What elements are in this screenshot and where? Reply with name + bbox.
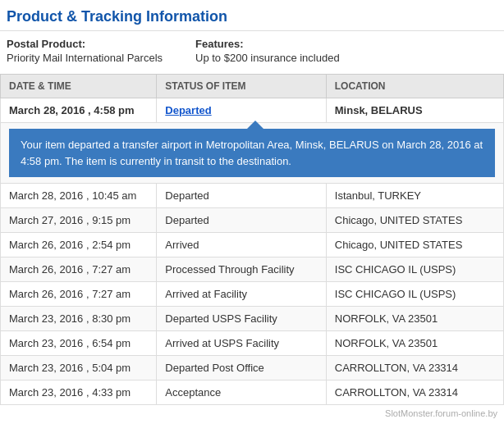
table-row: March 23, 2016 , 4:33 pmAcceptanceCARROL… xyxy=(1,380,504,405)
row-date: March 23, 2016 , 8:30 pm xyxy=(1,307,157,331)
table-row: March 23, 2016 , 6:54 pmArrived at USPS … xyxy=(1,331,504,356)
postal-product-label: Postal Product: xyxy=(7,38,163,50)
row-date: March 23, 2016 , 6:54 pm xyxy=(1,331,157,356)
col-date: DATE & TIME xyxy=(1,75,157,98)
row-date: March 23, 2016 , 5:04 pm xyxy=(1,356,157,380)
row-date: March 23, 2016 , 4:33 pm xyxy=(1,380,157,405)
highlighted-status: Departed xyxy=(157,98,326,123)
row-status: Arrived at Facility xyxy=(157,282,326,307)
watermark: SlotMonster.forum-online.by xyxy=(0,405,504,421)
row-location: Chicago, UNITED STATES xyxy=(326,208,503,233)
row-location: Chicago, UNITED STATES xyxy=(326,233,503,257)
table-row: March 26, 2016 , 2:54 pmArrivedChicago, … xyxy=(1,233,504,257)
highlighted-location: Minsk, BELARUS xyxy=(326,98,503,123)
table-row: March 26, 2016 , 7:27 amArrived at Facil… xyxy=(1,282,504,307)
row-status: Arrived xyxy=(157,233,326,257)
table-header-row: DATE & TIME STATUS OF ITEM LOCATION xyxy=(1,75,504,98)
page-header: Product & Tracking Information xyxy=(0,0,504,31)
row-date: March 26, 2016 , 7:27 am xyxy=(1,282,157,307)
row-location: Istanbul, TURKEY xyxy=(326,184,503,208)
row-status: Departed xyxy=(157,208,326,233)
row-location: ISC CHICAGO IL (USPS) xyxy=(326,282,503,307)
row-date: March 28, 2016 , 10:45 am xyxy=(1,184,157,208)
tooltip-box: Your item departed a transfer airport in… xyxy=(9,129,495,177)
page-title: Product & Tracking Information xyxy=(7,8,497,25)
tracking-table: DATE & TIME STATUS OF ITEM LOCATION Marc… xyxy=(0,74,504,405)
row-location: CARROLLTON, VA 23314 xyxy=(326,356,503,380)
table-row: March 27, 2016 , 9:15 pmDepartedChicago,… xyxy=(1,208,504,233)
row-location: NORFOLK, VA 23501 xyxy=(326,307,503,331)
table-row: March 28, 2016 , 10:45 amDepartedIstanbu… xyxy=(1,184,504,208)
col-status: STATUS OF ITEM xyxy=(157,75,326,98)
row-location: ISC CHICAGO IL (USPS) xyxy=(326,257,503,282)
highlighted-date: March 28, 2016 , 4:58 pm xyxy=(1,98,157,123)
postal-product-value: Priority Mail International Parcels xyxy=(7,52,163,64)
table-row: March 23, 2016 , 8:30 pmDeparted USPS Fa… xyxy=(1,307,504,331)
col-location: LOCATION xyxy=(326,75,503,98)
features-block: Features: Up to $200 insurance included xyxy=(195,38,340,64)
row-location: NORFOLK, VA 23501 xyxy=(326,331,503,356)
row-date: March 27, 2016 , 9:15 pm xyxy=(1,208,157,233)
row-location: CARROLLTON, VA 23314 xyxy=(326,380,503,405)
row-status: Processed Through Facility xyxy=(157,257,326,282)
row-status: Arrived at USPS Facility xyxy=(157,331,326,356)
row-status: Departed USPS Facility xyxy=(157,307,326,331)
features-value: Up to $200 insurance included xyxy=(195,52,340,64)
tooltip-row: Your item departed a transfer airport in… xyxy=(1,123,504,184)
row-date: March 26, 2016 , 2:54 pm xyxy=(1,233,157,257)
postal-product-block: Postal Product: Priority Mail Internatio… xyxy=(7,38,163,64)
row-status: Departed xyxy=(157,184,326,208)
features-label: Features: xyxy=(195,38,340,50)
table-row-highlighted: March 28, 2016 , 4:58 pm Departed Minsk,… xyxy=(1,98,504,123)
product-info: Postal Product: Priority Mail Internatio… xyxy=(0,31,504,71)
table-row: March 23, 2016 , 5:04 pmDeparted Post Of… xyxy=(1,356,504,380)
row-status: Departed Post Office xyxy=(157,356,326,380)
table-row: March 26, 2016 , 7:27 amProcessed Throug… xyxy=(1,257,504,282)
tooltip-cell: Your item departed a transfer airport in… xyxy=(1,123,504,184)
row-date: March 26, 2016 , 7:27 am xyxy=(1,257,157,282)
highlighted-status-link[interactable]: Departed xyxy=(165,104,211,116)
row-status: Acceptance xyxy=(157,380,326,405)
